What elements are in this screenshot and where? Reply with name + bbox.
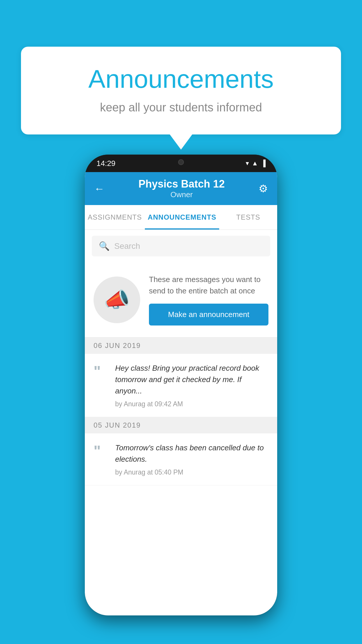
notch: [155, 155, 207, 170]
announcement-content-1: Hey class! Bring your practical record b…: [115, 363, 268, 408]
tabs-container: ASSIGNMENTS ANNOUNCEMENTS TESTS: [85, 205, 277, 230]
tab-assignments[interactable]: ASSIGNMENTS: [85, 205, 145, 230]
quote-icon-1: ": [94, 364, 108, 379]
announcement-meta-2: by Anurag at 05:40 PM: [115, 468, 268, 476]
make-announcement-button[interactable]: Make an announcement: [149, 304, 268, 326]
megaphone-circle: 📣: [94, 276, 140, 323]
search-container: 🔍 Search: [85, 230, 277, 262]
bubble-subtitle: keep all your students informed: [44, 101, 318, 114]
tab-tests[interactable]: TESTS: [219, 205, 277, 230]
phone-screen: ← Physics Batch 12 Owner ⚙ ASSIGNMENTS A…: [85, 172, 277, 615]
announcement-meta-1: by Anurag at 09:42 AM: [115, 400, 268, 408]
announcement-content-2: Tomorrow's class has been cancelled due …: [115, 442, 268, 476]
search-placeholder: Search: [114, 242, 140, 251]
date-separator-2: 05 JUN 2019: [85, 417, 277, 433]
announcement-text-1: Hey class! Bring your practical record b…: [115, 363, 268, 397]
settings-button[interactable]: ⚙: [259, 183, 268, 195]
status-bar: 14:29 ▾ ▲ ▐: [85, 155, 277, 172]
megaphone-icon: 📣: [104, 287, 130, 312]
bubble-title: Announcements: [44, 64, 318, 94]
battery-icon: ▐: [261, 160, 266, 167]
quote-icon-2: ": [94, 443, 108, 459]
announcement-prompt: 📣 These are messages you want to send to…: [85, 262, 277, 337]
status-time: 14:29: [96, 159, 115, 168]
header-title: Physics Batch 12: [105, 178, 259, 190]
app-header: ← Physics Batch 12 Owner ⚙: [85, 172, 277, 205]
speech-bubble-container: Announcements keep all your students inf…: [21, 47, 341, 134]
date-separator-1: 06 JUN 2019: [85, 337, 277, 354]
announcement-item-2[interactable]: " Tomorrow's class has been cancelled du…: [85, 433, 277, 485]
announcement-item-1[interactable]: " Hey class! Bring your practical record…: [85, 354, 277, 417]
header-subtitle: Owner: [105, 190, 259, 199]
phone: 14:29 ▾ ▲ ▐ ← Physics Batch 12 Owner ⚙ A…: [85, 155, 277, 615]
wifi-icon: ▾: [246, 160, 249, 167]
announcement-description: These are messages you want to send to t…: [149, 274, 268, 297]
back-button[interactable]: ←: [94, 183, 105, 195]
camera: [178, 159, 184, 165]
header-title-area: Physics Batch 12 Owner: [105, 178, 259, 199]
tab-announcements[interactable]: ANNOUNCEMENTS: [145, 205, 219, 230]
status-icons: ▾ ▲ ▐: [246, 160, 266, 167]
announcement-text-2: Tomorrow's class has been cancelled due …: [115, 442, 268, 465]
speech-bubble: Announcements keep all your students inf…: [21, 47, 341, 134]
search-icon: 🔍: [99, 241, 110, 251]
signal-icon: ▲: [252, 160, 258, 167]
announcement-right: These are messages you want to send to t…: [149, 274, 268, 326]
search-bar[interactable]: 🔍 Search: [92, 236, 270, 256]
